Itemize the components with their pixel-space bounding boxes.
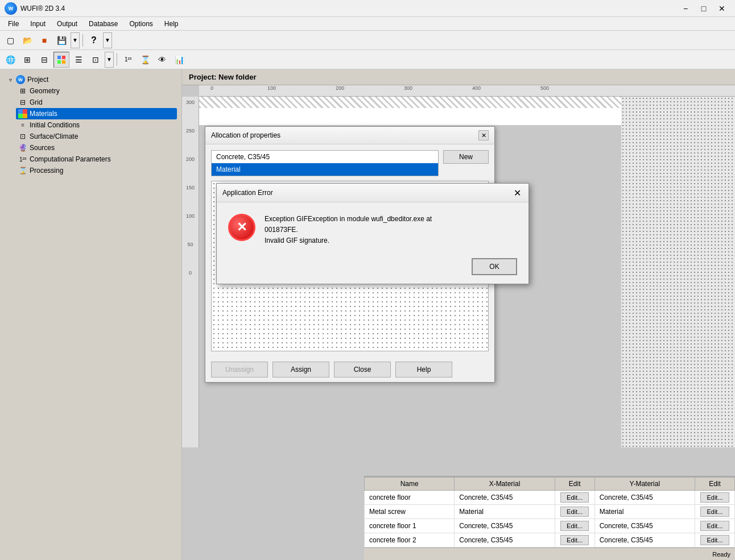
sidebar-item-initial-conditions[interactable]: = Initial Conditions	[16, 119, 177, 131]
svg-rect-4	[18, 109, 23, 114]
ruler-tick-400: 400	[472, 85, 481, 91]
ruler-horizontal: 0 100 200 300 400 500	[199, 85, 735, 97]
sidebar-item-geometry[interactable]: ⊞ Geometry	[16, 85, 177, 97]
new-file-button[interactable]: ▢	[2, 32, 18, 48]
assign-button[interactable]: Assign	[272, 362, 329, 378]
separator2	[117, 53, 117, 66]
sidebar-item-project[interactable]: ▿ W Project	[5, 74, 177, 85]
sidebar-item-grid[interactable]: ⊟ Grid	[16, 97, 177, 108]
edit1-button-2[interactable]: Edit...	[560, 521, 589, 531]
error-dialog-title-bar: Application Error ✕	[217, 184, 528, 202]
alloc-new-button[interactable]: New	[443, 150, 489, 164]
edit1-button-0[interactable]: Edit...	[560, 492, 589, 503]
help-button[interactable]: ?	[86, 32, 102, 48]
cell-x-material-2: Concrete, C35/45	[455, 519, 555, 533]
edit1-button-3[interactable]: Edit...	[560, 535, 589, 545]
alloc-dialog-title-text: Allocation of properties	[211, 131, 280, 139]
ok-button[interactable]: OK	[472, 258, 517, 275]
alloc-list: Concrete, C35/45 Material	[211, 150, 439, 176]
eye-button[interactable]: 👁	[154, 52, 170, 68]
edit2-button-2[interactable]: Edit...	[700, 521, 729, 531]
globe-button[interactable]: 🌐	[2, 52, 18, 68]
colormap-button[interactable]: ■	[36, 32, 52, 48]
error-line1: Exception GIFException in module wufi_db…	[265, 215, 432, 223]
toolbar1-dropdown[interactable]: ▼	[71, 32, 80, 48]
error-line2: 001873FE.	[265, 226, 298, 234]
sidebar-label-surface: Surface/Climate	[30, 132, 78, 140]
dotted-region-right	[621, 97, 735, 447]
grid1-button[interactable]: ⊞	[19, 52, 35, 68]
error-dialog: Application Error ✕ Exception GIFExcepti…	[216, 183, 529, 284]
cell-edit1-3: Edit...	[555, 533, 594, 547]
edit2-button-1[interactable]: Edit...	[700, 507, 729, 517]
menu-database[interactable]: Database	[83, 19, 123, 29]
menu-file[interactable]: File	[2, 19, 24, 29]
menu-help[interactable]: Help	[159, 19, 184, 29]
surface-climate-icon: ⊡	[18, 132, 27, 141]
sidebar-item-processing[interactable]: ⌛ Processing	[16, 165, 177, 176]
edit2-button-3[interactable]: Edit...	[700, 535, 729, 545]
error-title-text: Application Error	[222, 189, 273, 197]
rv-250: 250	[186, 128, 195, 134]
grid4-button[interactable]: ☰	[71, 52, 86, 68]
sidebar-item-materials[interactable]: Materials	[16, 108, 177, 119]
ruler-tick-0: 0	[210, 85, 213, 91]
ruler-tick-100: 100	[267, 85, 276, 91]
alloc-close-button[interactable]: ✕	[478, 130, 489, 140]
toolbar1: ▢ 📂 ■ 💾 ▼ ? ▼	[0, 31, 735, 50]
chart-button[interactable]: 📊	[171, 52, 187, 68]
error-close-button[interactable]: ✕	[511, 187, 523, 198]
table-row: concrete floor Concrete, C35/45 Edit... …	[365, 491, 735, 505]
toolbar2-dropdown[interactable]: ▼	[105, 52, 114, 68]
close-button[interactable]: ✕	[713, 0, 730, 17]
svg-rect-1	[62, 56, 65, 59]
edit2-button-0[interactable]: Edit...	[700, 492, 729, 503]
sidebar-item-sources[interactable]: 🔮 Sources	[16, 142, 177, 154]
sources-icon: 🔮	[18, 143, 27, 152]
open-button[interactable]: 📂	[19, 32, 35, 48]
sidebar-label-project: Project	[27, 76, 48, 84]
error-icon	[228, 214, 255, 241]
menu-options[interactable]: Options	[123, 19, 158, 29]
help-alloc-button[interactable]: Help	[395, 362, 452, 378]
minimize-button[interactable]: −	[677, 0, 694, 17]
status-bar: Ready	[364, 547, 735, 560]
edit1-button-1[interactable]: Edit...	[560, 507, 589, 517]
sidebar-label-grid: Grid	[30, 98, 43, 106]
menu-input[interactable]: Input	[24, 19, 51, 29]
collapse-icon: ▿	[7, 76, 14, 83]
cell-y-material-1: Material	[594, 505, 695, 519]
hourglass-button[interactable]: ⌛	[137, 52, 153, 68]
alloc-list-item-1[interactable]: Material	[212, 163, 438, 176]
toolbar1-dropdown2[interactable]: ▼	[103, 32, 112, 48]
app-title: WUFI® 2D 3.4	[20, 5, 65, 13]
num123-button[interactable]: 1²³	[120, 52, 136, 68]
striped-region	[199, 97, 621, 108]
initial-conditions-icon: =	[18, 121, 27, 130]
grid5-button[interactable]: ⊡	[88, 52, 104, 68]
alloc-btn-col: New	[443, 150, 489, 164]
unassign-button[interactable]: Unassign	[211, 362, 268, 378]
svg-rect-0	[57, 56, 61, 59]
cell-name-0: concrete floor	[365, 491, 455, 505]
menu-output[interactable]: Output	[51, 19, 83, 29]
maximize-button[interactable]: □	[695, 0, 712, 17]
grid3-button[interactable]	[53, 52, 69, 68]
grid2-button[interactable]: ⊟	[36, 52, 52, 68]
cell-y-material-0: Concrete, C35/45	[594, 491, 695, 505]
svg-rect-5	[23, 109, 27, 114]
close-alloc-button[interactable]: Close	[334, 362, 391, 378]
save-button[interactable]: 💾	[53, 32, 69, 48]
alloc-row: Concrete, C35/45 Material New	[211, 150, 489, 181]
sidebar-item-comp-params[interactable]: 1²³ Computational Parameters	[16, 154, 177, 165]
cell-x-material-1: Material	[455, 505, 555, 519]
alloc-list-item-0[interactable]: Concrete, C35/45	[212, 151, 438, 163]
cell-y-material-3: Concrete, C35/45	[594, 533, 695, 547]
col-header-x-material: X-Material	[455, 478, 555, 491]
data-table: Name X-Material Edit Y-Material Edit con…	[364, 477, 735, 547]
sidebar-label-geometry: Geometry	[30, 87, 60, 95]
svg-rect-2	[57, 60, 61, 64]
cell-name-1: Metal screw	[365, 505, 455, 519]
sidebar-item-surface-climate[interactable]: ⊡ Surface/Climate	[16, 131, 177, 142]
error-line3: Invalid GIF signature.	[265, 237, 329, 244]
